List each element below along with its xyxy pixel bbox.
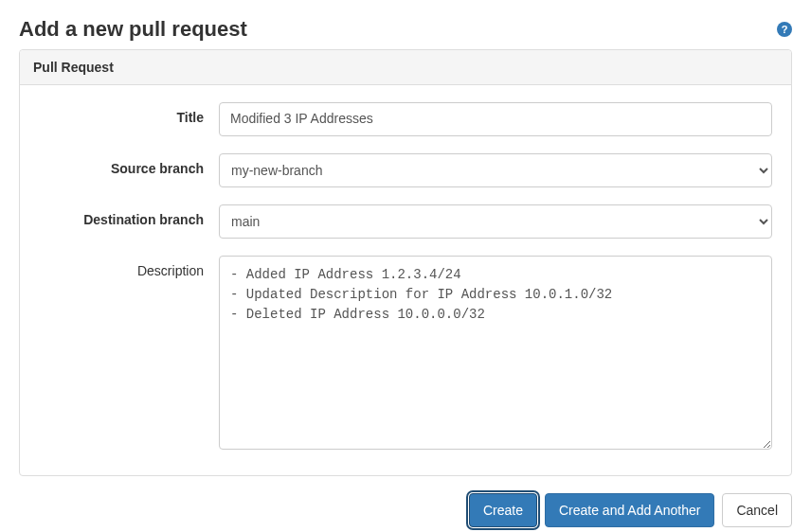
destination-branch-label: Destination branch bbox=[39, 204, 219, 227]
source-branch-select[interactable]: my-new-branch bbox=[219, 153, 772, 187]
create-and-add-another-button[interactable]: Create and Add Another bbox=[545, 493, 714, 527]
title-input[interactable] bbox=[219, 102, 772, 136]
source-branch-label: Source branch bbox=[39, 153, 219, 176]
description-textarea[interactable] bbox=[219, 256, 772, 450]
description-label: Description bbox=[39, 256, 219, 278]
page-title: Add a new pull request bbox=[19, 17, 247, 42]
cancel-button[interactable]: Cancel bbox=[722, 493, 792, 527]
help-icon[interactable]: ? bbox=[777, 22, 792, 37]
panel-heading: Pull Request bbox=[20, 50, 791, 85]
pull-request-panel: Pull Request Title Source branch my-new-… bbox=[19, 49, 792, 476]
create-button[interactable]: Create bbox=[469, 493, 537, 527]
destination-branch-select[interactable]: main bbox=[219, 204, 772, 239]
button-row: Create Create and Add Another Cancel bbox=[19, 493, 792, 527]
title-label: Title bbox=[39, 102, 219, 125]
